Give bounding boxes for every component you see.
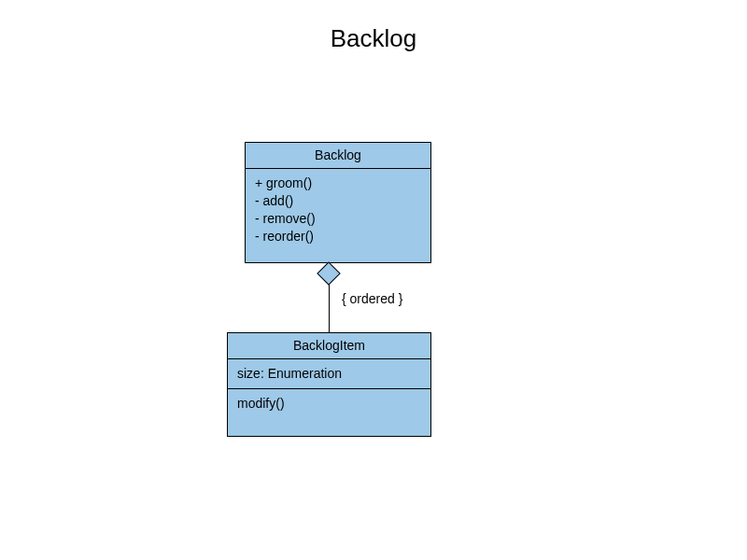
uml-operation: - reorder() — [255, 228, 421, 245]
aggregation-diamond-icon — [317, 261, 340, 285]
uml-class-name: BacklogItem — [228, 333, 430, 358]
uml-attribute: size: Enumeration — [237, 365, 421, 383]
uml-class-attributes: size: Enumeration — [228, 358, 430, 388]
uml-operation: modify() — [237, 395, 421, 413]
uml-class-backlog: Backlog + groom() - add() - remove() - r… — [245, 142, 431, 263]
uml-operation: + groom() — [255, 175, 421, 192]
aggregation-connector — [329, 284, 330, 332]
uml-class-operations: modify() — [228, 388, 430, 418]
uml-class-backlogitem: BacklogItem size: Enumeration modify() — [227, 332, 431, 437]
uml-class-operations: + groom() - add() - remove() - reorder() — [246, 168, 430, 261]
uml-operation: - remove() — [255, 210, 421, 228]
uml-class-name: Backlog — [246, 143, 430, 168]
connector-constraint: { ordered } — [342, 291, 402, 306]
diagram-title: Backlog — [0, 24, 747, 53]
uml-operation: - add() — [255, 192, 421, 210]
